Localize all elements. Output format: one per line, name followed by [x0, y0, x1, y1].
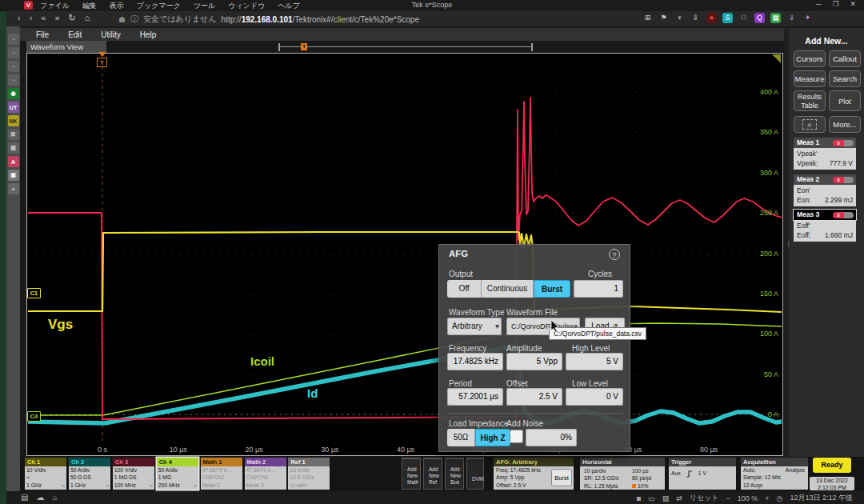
url-text[interactable]: http://192.168.0.101/Tektronix#/client/c…	[222, 15, 419, 24]
channel-badge-math1[interactable]: Math 147.6674 V...Ch3*Ch2Meas 2	[201, 458, 242, 490]
noise-percent-field[interactable]: 0%	[526, 429, 577, 446]
download-icon[interactable]: ⇩	[690, 13, 701, 23]
cursors-button[interactable]: Cursors	[794, 50, 826, 67]
help-icon[interactable]: ?	[609, 249, 620, 260]
zoom-box-button[interactable]: ⌕	[794, 116, 826, 133]
tiles-icon[interactable]: ⊞	[642, 13, 653, 23]
more-button[interactable]: More...	[829, 116, 861, 133]
afg-dialog[interactable]: AFG ? Output Cycles Off Continuous Burst…	[438, 244, 630, 452]
ext-grid-icon[interactable]: ▦	[770, 13, 781, 23]
dvm-button[interactable]: DVM	[466, 458, 484, 490]
overview-trigger-icon[interactable]: T	[301, 43, 307, 50]
maximize-button[interactable]: ❐	[832, 0, 838, 8]
forward-icon[interactable]: ›	[30, 13, 33, 23]
low-level-field[interactable]: 0 V	[566, 388, 623, 406]
caret-icon[interactable]: ▾	[674, 13, 685, 23]
graticule-corner-handle[interactable]	[772, 54, 781, 63]
waveform-type-dropdown[interactable]: Arbitrary▾	[447, 318, 502, 335]
panel-toggle-icon[interactable]: ▤	[21, 493, 28, 502]
meas-count-pill[interactable]: 3	[833, 177, 854, 183]
fastforward-icon[interactable]: »	[54, 13, 59, 23]
channel-badge-ch4[interactable]: Ch 450 A/div1 MΩ200 MHz⌗	[157, 458, 198, 490]
plot-button[interactable]: Plot	[829, 90, 861, 111]
channel4-marker[interactable]: C4	[27, 411, 41, 422]
horizontal-overview-bar[interactable]: T	[278, 43, 533, 51]
acquisition-badge[interactable]: Acquisition Auto,Analyze Sample: 12 bits…	[741, 458, 808, 490]
home-status-icon[interactable]: ⌂	[52, 493, 57, 502]
afg-badge[interactable]: AFG: Arbitrary Freq: 17.4825 kHz Amp: 5 …	[494, 458, 574, 490]
output-continuous-button[interactable]: Continuous	[482, 280, 534, 298]
grid-panel-icon[interactable]: ⊞	[8, 129, 19, 140]
capture-icon[interactable]: ◙	[637, 494, 641, 502]
add-noise-checkbox[interactable]	[510, 430, 523, 443]
reload-icon[interactable]: ↻	[69, 13, 76, 23]
app-menu-utility[interactable]: Utility	[101, 30, 120, 39]
add-panel-icon[interactable]: +	[8, 183, 19, 194]
zoom-reset-button[interactable]: リセット	[690, 493, 719, 503]
meas3-badge[interactable]: Meas 33 Eoff' Eoff:1.660 mJ	[794, 210, 856, 242]
home-icon[interactable]: ⌂	[85, 13, 90, 23]
close-button[interactable]: ✕	[850, 0, 856, 8]
waveform-graticule[interactable]	[26, 53, 783, 456]
afg-burst-button[interactable]: Burst	[551, 469, 572, 486]
cycles-field[interactable]: 1	[574, 280, 623, 298]
waveform-view-tab[interactable]: Waveform View	[26, 41, 106, 53]
channel-badge-math2[interactable]: Math 247.6674 V...Ch3*Ch2Meas 3	[245, 458, 286, 490]
trigger-marker-icon[interactable]	[98, 52, 106, 57]
ext-puzzle-icon[interactable]: ✦	[802, 13, 813, 23]
app-menu-file[interactable]: File	[36, 30, 49, 39]
bookmark-icon[interactable]: ⚑	[658, 13, 669, 23]
channel1-marker[interactable]: C1	[27, 288, 41, 298]
app-menu-help[interactable]: Help	[140, 30, 157, 39]
meas2-badge[interactable]: Meas 23 Eon' Eon:2.299 mJ	[794, 174, 856, 206]
frame-icon[interactable]: ▭	[648, 494, 655, 502]
app-menu-edit[interactable]: Edit	[68, 30, 82, 39]
add-new-ref-button[interactable]: AddNewRef	[423, 458, 442, 490]
web-panel-4-icon[interactable]: ◔	[8, 74, 19, 86]
a-panel-icon[interactable]: A	[8, 156, 19, 167]
rewind-icon[interactable]: «	[41, 13, 46, 23]
impedance-highz-button[interactable]: High Z	[475, 429, 510, 446]
info-icon[interactable]: ⓘ	[130, 14, 138, 25]
zoom-in-button[interactable]: +	[765, 494, 769, 502]
rows-panel-icon[interactable]: ▤	[8, 142, 19, 154]
channel-badge-ref1[interactable]: Ref 110 V/div12.5 GS/sc1.wfm	[288, 458, 330, 490]
trigger-flag[interactable]: T	[97, 58, 107, 67]
meas1-badge[interactable]: Meas 13 Vpeak' Vpeak:777.9 V	[794, 138, 856, 170]
channel-badge-ch1[interactable]: Ch 110 V/div⌁1 GHz⌗	[25, 458, 66, 490]
add-new-math-button[interactable]: AddNewMath	[402, 458, 421, 490]
measure-button[interactable]: Measure	[794, 70, 826, 87]
image-toggle-icon[interactable]: ▨	[662, 494, 670, 502]
nk-panel-icon[interactable]: NK	[8, 115, 19, 126]
ut-panel-icon[interactable]: UT	[8, 102, 19, 113]
ext-down-icon[interactable]: ⇓	[786, 13, 797, 23]
web-panel-3-icon[interactable]: ◔	[8, 61, 19, 72]
zoom-level[interactable]: 100 %	[738, 494, 758, 502]
web-panel-2-icon[interactable]: ◔	[8, 47, 19, 58]
meas-count-pill[interactable]: 3	[833, 140, 854, 146]
back-icon[interactable]: ‹	[18, 13, 21, 23]
panel-grip-icon[interactable]: ⋮	[785, 242, 792, 246]
minimize-button[interactable]: ─	[816, 0, 821, 8]
tiling-icon[interactable]: ⇄	[676, 494, 682, 502]
output-off-button[interactable]: Off	[447, 280, 482, 298]
dots-panel-icon[interactable]: ▦	[8, 170, 19, 181]
ext-red-icon[interactable]: ●	[706, 13, 717, 23]
amplitude-field[interactable]: 5 Vpp	[506, 353, 562, 370]
results-table-button[interactable]: Results Table	[794, 90, 826, 111]
impedance-50ohm-button[interactable]: 50Ω	[447, 429, 475, 446]
channel-badge-ch3[interactable]: Ch 3100 V/div1 MΩ DS100 MHz⌗	[113, 458, 154, 490]
trigger-badge[interactable]: Trigger Aux 1 V	[669, 458, 736, 490]
cloud-icon[interactable]: ☁	[36, 493, 44, 502]
frequency-field[interactable]: 17.4825 kHz	[447, 353, 503, 370]
add-new-bus-button[interactable]: AddNewBus	[445, 458, 464, 490]
tek-panel-icon[interactable]: ◉	[8, 88, 19, 99]
ext-ghost-icon[interactable]: ⚇	[738, 13, 749, 23]
callout-button[interactable]: Callout	[829, 50, 861, 67]
output-burst-button[interactable]: Burst	[534, 280, 570, 298]
ext-s-icon[interactable]: S	[722, 13, 733, 23]
offset-field[interactable]: 2.5 V	[506, 388, 562, 406]
search-button[interactable]: Search	[829, 70, 861, 87]
zoom-out-button[interactable]: −	[726, 494, 730, 502]
horizontal-badge[interactable]: Horizontal 10 µs/div SR: 12.5 GS/s RL: 1…	[580, 458, 665, 490]
